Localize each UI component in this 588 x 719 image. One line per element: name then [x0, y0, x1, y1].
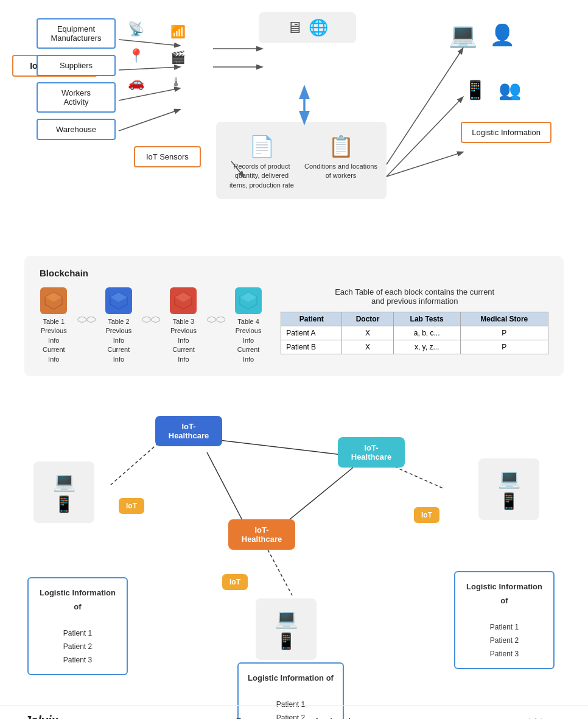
film-icon: 🎬	[170, 50, 186, 65]
left-box-suppliers: Suppliers	[37, 55, 116, 76]
footer-source-url: www.researchgate.net	[267, 716, 351, 719]
svg-line-23	[268, 550, 292, 595]
svg-line-9	[387, 97, 463, 177]
blockchain-table-1: Table 1Previous InfoCurrent Info	[40, 287, 68, 364]
person-icon-top: 👤	[489, 23, 515, 47]
bc-row-2: Patient B X x, y, z... P	[281, 340, 548, 354]
car-icon: 🚗	[128, 75, 144, 91]
svg-line-10	[387, 152, 463, 177]
footer-source-label: Source	[236, 716, 263, 719]
blockchain-table-3: Table 3Previous InfoCurrent Info	[169, 287, 198, 364]
node-iot-teal: IoT- Healthcare	[338, 437, 405, 468]
bc-cell-patient-a: Patient A	[281, 326, 342, 340]
lc-left-p1: Patient 1	[38, 627, 117, 640]
bc-cell-lab-b: x, y, z...	[393, 340, 460, 354]
doc-stack-icon: 📄	[225, 134, 298, 158]
server-icon: 🖥	[287, 18, 303, 37]
table-2-label: Table 2Previous InfoCurrent Info	[105, 317, 133, 364]
svg-line-25	[390, 465, 444, 489]
cube-4	[235, 287, 262, 314]
lc-bottom-title: Logistic Information of	[248, 671, 334, 685]
svg-line-22	[286, 468, 353, 522]
records-box: 📄 Records of product quantity, delivered…	[216, 122, 387, 199]
footer-url: jelvix.com	[529, 716, 564, 719]
lc-right-p2: Patient 2	[464, 634, 544, 648]
top-section: Equipment Manufacturers Suppliers Worker…	[0, 0, 588, 250]
right-top-icons: 💻 👤	[449, 21, 515, 48]
phone-icon-right: 📱	[499, 492, 519, 511]
device-card-bottom: 💻 📱	[256, 598, 317, 660]
blockchain-title: Blockchain	[40, 268, 548, 278]
sensor-icons: 📡 📍 🚗	[128, 21, 144, 91]
bc-cell-doctor-a: X	[342, 326, 394, 340]
iot-sensors-box: IoT Sensors	[134, 146, 201, 167]
pin-icon: 📍	[128, 48, 144, 64]
bc-cell-patient-b: Patient B	[281, 340, 342, 354]
doc-stack-icon-2: 📋	[304, 134, 377, 158]
footer-source: Source: www.researchgate.net	[236, 716, 351, 719]
left-boxes: Equipment Manufacturers Suppliers Worker…	[37, 18, 116, 140]
logistic-card-right: Logistic Information of Patient 1 Patien…	[454, 571, 555, 669]
bc-cell-doctor-b: X	[342, 340, 394, 354]
footer-brand: Jelvix	[24, 714, 58, 719]
signal-icon: 📶	[170, 24, 186, 39]
cube-3	[170, 287, 197, 314]
laptop-icon-left: 💻	[53, 471, 75, 492]
left-box-equipment: Equipment Manufacturers	[37, 18, 116, 49]
lc-left-p3: Patient 3	[38, 654, 117, 667]
bc-th-medstore: Medical Store	[460, 312, 548, 326]
bc-cell-med-a: P	[460, 326, 548, 340]
blockchain-right: Each Table of each block contains the cu…	[281, 287, 548, 354]
satellite-icon: 📡	[128, 21, 144, 37]
records-item-2: 📋 Conditions and locations of workers	[304, 134, 377, 181]
device-card-right: 💻 📱	[478, 458, 539, 520]
bc-table: Patient Doctor Lab Tests Medical Store P…	[281, 312, 548, 354]
chain-link-2: ⬭⬭	[142, 313, 160, 326]
right-mid-icons: 📱 👥	[464, 79, 521, 100]
thermo-icon: 🌡	[170, 75, 186, 89]
table-4-label: Table 4Previous InfoCurrent Info	[234, 317, 263, 364]
node-iot-orange: IoT- Healthcare	[228, 519, 295, 550]
platform-cloud: 🖥 🌐	[259, 12, 356, 43]
svg-line-20	[219, 440, 347, 455]
bc-th-labtests: Lab Tests	[393, 312, 460, 326]
chain-link-1: ⬭⬭	[77, 313, 96, 326]
footer: Jelvix Source: www.researchgate.net jelv…	[0, 705, 588, 719]
blockchain-table-2: Table 2Previous InfoCurrent Info	[105, 287, 133, 364]
logistic-card-left: Logistic Information of Patient 1 Patien…	[27, 577, 128, 675]
bc-cell-lab-a: a, b, c...	[393, 326, 460, 340]
svg-line-24	[110, 443, 158, 486]
lc-right-p3: Patient 3	[464, 648, 544, 661]
cube-1	[40, 287, 67, 314]
iot-badge-left: IoT	[119, 498, 144, 514]
logistic-info-box: Logistic Information	[461, 122, 551, 143]
bc-cell-med-b: P	[460, 340, 548, 354]
lc-right-p1: Patient 1	[464, 621, 544, 634]
table-1-label: Table 1Previous InfoCurrent Info	[40, 317, 68, 364]
phone-icon-left: 📱	[54, 495, 74, 514]
blockchain-table-4: Table 4Previous InfoCurrent Info	[234, 287, 263, 364]
left-box-warehouse: Warehouse	[37, 119, 116, 140]
bc-th-patient: Patient	[281, 312, 342, 326]
node-iot-blue: IoT- Healthcare	[155, 416, 222, 446]
group-icon-right: 👥	[499, 79, 521, 100]
svg-line-8	[387, 49, 463, 164]
blockchain-tables: Table 1Previous InfoCurrent Info ⬭⬭ Tabl…	[40, 287, 262, 364]
network-section: IoT- Healthcare IoT- Healthcare IoT- Hea…	[0, 388, 588, 719]
bc-row-1: Patient A X a, b, c... P	[281, 326, 548, 340]
laptop-icon-top: 💻	[449, 21, 477, 48]
chain-link-3: ⬭⬭	[207, 313, 225, 326]
lc-left-title: Logistic Information of	[38, 586, 117, 614]
svg-line-21	[207, 452, 243, 522]
blockchain-right-title: Each Table of each block contains the cu…	[281, 287, 548, 306]
left-box-workers: Workers Activity	[37, 82, 116, 113]
records-text-2: Conditions and locations of workers	[304, 162, 377, 181]
blockchain-inner: Table 1Previous InfoCurrent Info ⬭⬭ Tabl…	[40, 287, 548, 364]
blockchain-section: Blockchain Table 1Previous InfoCurrent I…	[24, 256, 564, 376]
bc-th-doctor: Doctor	[342, 312, 394, 326]
iot-badge-bottom: IoT	[222, 574, 248, 590]
phone-icon-bottom: 📱	[276, 632, 296, 651]
globe-icon: 🌐	[309, 18, 328, 37]
device-card-left: 💻 📱	[33, 461, 94, 523]
sensor-icons2: 📶 🎬 🌡	[170, 24, 186, 89]
